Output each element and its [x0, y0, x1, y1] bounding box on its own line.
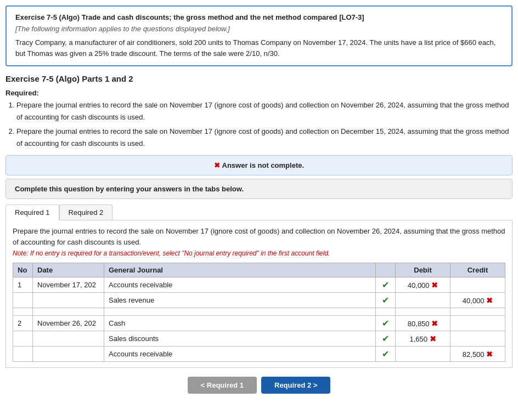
cell-account-1[interactable]: Accounts receivable [104, 277, 376, 293]
error-icon: ✖ [214, 161, 220, 169]
bottom-nav: < Required 1 Required 2 > [5, 377, 513, 394]
cell-account-3[interactable]: Cash [104, 316, 376, 331]
tab-note: Note: If no entry is required for a tran… [13, 249, 505, 257]
cell-no-3: 2 [13, 316, 33, 331]
col-header-check [376, 263, 396, 277]
cell-check-1: ✔ [376, 277, 396, 293]
tabs-container: Required 1 Required 2 [5, 205, 513, 220]
spacer-row [13, 308, 505, 316]
table-row: 1 November 17, 202 Accounts receivable ✔… [13, 277, 505, 293]
cell-check-4: ✔ [376, 331, 396, 347]
exercise-title: Exercise 7-5 (Algo) Trade and cash disco… [15, 13, 503, 21]
cell-debit-5[interactable] [396, 347, 451, 362]
spacer-check [376, 308, 396, 316]
required-heading: Required: [5, 89, 513, 97]
cell-credit-1[interactable] [451, 277, 505, 293]
tab-description: Prepare the journal entries to record th… [13, 226, 505, 247]
table-row: 2 November 26, 202 Cash ✔ 80,850 ✖ [13, 316, 505, 331]
requirement-2: Prepare the journal entries to record th… [16, 126, 513, 150]
answer-incomplete-text: Answer is not complete. [222, 161, 305, 169]
answer-incomplete-banner: ✖ Answer is not complete. [5, 155, 513, 175]
cell-no-5 [13, 347, 33, 362]
tab-required-2[interactable]: Required 2 [59, 205, 113, 220]
cell-no-2 [13, 293, 33, 308]
cell-debit-1[interactable]: 40,000 ✖ [396, 277, 451, 293]
prev-button[interactable]: < Required 1 [188, 377, 257, 394]
cell-date-1: November 17, 202 [33, 277, 104, 293]
cell-credit-2[interactable]: 40,000 ✖ [451, 293, 505, 308]
cell-account-5[interactable]: Accounts receivable [104, 347, 376, 362]
cell-debit-4[interactable]: 1,650 ✖ [396, 331, 451, 347]
top-info-box: Exercise 7-5 (Algo) Trade and cash disco… [5, 5, 513, 66]
col-header-debit: Debit [396, 263, 451, 277]
section-title: Exercise 7-5 (Algo) Parts 1 and 2 [5, 74, 513, 83]
cell-account-2[interactable]: Sales revenue [104, 293, 376, 308]
cell-date-4 [33, 331, 104, 347]
col-header-date: Date [33, 263, 104, 277]
spacer-credit [451, 308, 505, 316]
exercise-description: Tracy Company, a manufacturer of air con… [15, 37, 503, 59]
table-row: Accounts receivable ✔ 82,500 ✖ [13, 347, 505, 362]
tabs-row: Required 1 Required 2 [5, 205, 513, 220]
cell-check-5: ✔ [376, 347, 396, 362]
cell-debit-3[interactable]: 80,850 ✖ [396, 316, 451, 331]
complete-instruction: Complete this question by entering your … [5, 179, 513, 199]
cell-credit-3[interactable] [451, 316, 505, 331]
cell-credit-4[interactable] [451, 331, 505, 347]
cell-check-3: ✔ [376, 316, 396, 331]
col-header-credit: Credit [451, 263, 505, 277]
cell-check-2: ✔ [376, 293, 396, 308]
spacer-date [33, 308, 104, 316]
col-header-no: No [13, 263, 33, 277]
spacer-no [13, 308, 33, 316]
table-row: Sales revenue ✔ 40,000 ✖ [13, 293, 505, 308]
tab-content-required-1: Prepare the journal entries to record th… [5, 220, 513, 368]
cell-date-2 [33, 293, 104, 308]
tab-required-1[interactable]: Required 1 [5, 205, 59, 220]
cell-account-4[interactable]: Sales discounts [104, 331, 376, 347]
cell-date-5 [33, 347, 104, 362]
cell-no-1: 1 [13, 277, 33, 293]
spacer-account [104, 308, 376, 316]
cell-credit-5[interactable]: 82,500 ✖ [451, 347, 505, 362]
spacer-debit [396, 308, 451, 316]
table-row: Sales discounts ✔ 1,650 ✖ [13, 331, 505, 347]
col-header-journal: General Journal [104, 263, 376, 277]
cell-date-3: November 26, 202 [33, 316, 104, 331]
exercise-subtitle: [The following information applies to th… [15, 25, 503, 33]
requirement-1: Prepare the journal entries to record th… [16, 99, 513, 123]
cell-no-4 [13, 331, 33, 347]
cell-debit-2[interactable] [396, 293, 451, 308]
requirements-list: Prepare the journal entries to record th… [16, 99, 513, 150]
next-button[interactable]: Required 2 > [261, 377, 330, 394]
journal-table: No Date General Journal Debit Credit 1 N… [13, 263, 505, 362]
